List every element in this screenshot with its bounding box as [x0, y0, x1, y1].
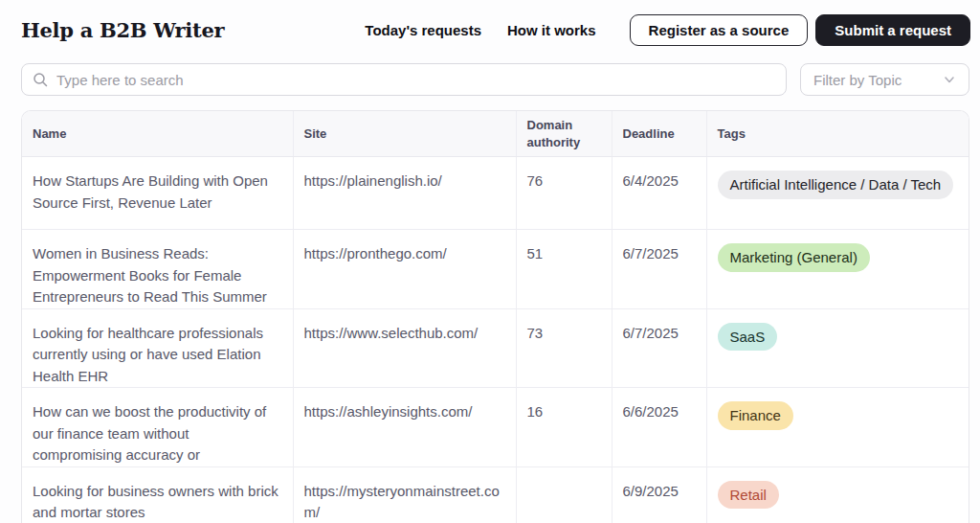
domain-authority-cell: 16 — [516, 388, 612, 467]
name-cell: Women in Business Reads: Empowerment Boo… — [22, 230, 293, 309]
table-row[interactable]: Looking for healthcare professionals cur… — [22, 308, 969, 388]
name-cell: Looking for business owners with brick a… — [22, 466, 293, 523]
page: Help a B2B Writer Today's requests How i… — [0, 0, 980, 523]
domain-authority-cell: 76 — [516, 157, 612, 230]
filter-by-topic-select[interactable]: Filter by Topic — [800, 63, 969, 96]
tags-cell: SaaS — [706, 308, 969, 388]
search-box — [21, 63, 787, 96]
site-cell: https://ashleyinsights.com/ — [293, 388, 516, 467]
table-row[interactable]: Women in Business Reads: Empowerment Boo… — [22, 230, 969, 309]
table-row[interactable]: How can we boost the productivity of our… — [22, 388, 969, 467]
header-actions: Register as a source Submit a request — [630, 14, 970, 46]
column-header-name: Name — [22, 111, 293, 157]
table-row[interactable]: How Startups Are Building with Open Sour… — [22, 157, 969, 230]
chevron-down-icon — [943, 73, 956, 86]
deadline-cell: 6/7/2025 — [612, 308, 706, 388]
domain-authority-cell: 73 — [516, 308, 612, 388]
tag-pill: Retail — [718, 481, 779, 510]
tag-pill: SaaS — [718, 323, 778, 352]
nav-todays-requests[interactable]: Today's requests — [365, 22, 481, 38]
site-cell: https://mysteryonmainstreet.com/ — [293, 466, 516, 523]
deadline-cell: 6/4/2025 — [612, 157, 706, 230]
nav-how-it-works[interactable]: How it works — [507, 22, 596, 38]
tag-pill: Marketing (General) — [718, 243, 870, 272]
site-cell: https://www.selecthub.com/ — [293, 308, 516, 388]
tags-cell: Finance — [706, 388, 969, 467]
name-cell: How can we boost the productivity of our… — [22, 388, 293, 467]
site-cell: https://plainenglish.io/ — [293, 157, 516, 230]
logo[interactable]: Help a B2B Writer — [21, 18, 224, 42]
submit-request-button[interactable]: Submit a request — [815, 14, 970, 46]
tag-pill: Finance — [718, 401, 793, 430]
deadline-cell: 6/9/2025 — [612, 466, 706, 523]
main-nav: Today's requests How it works — [365, 22, 595, 38]
name-cell: How Startups Are Building with Open Sour… — [22, 157, 293, 230]
domain-authority-cell: 51 — [516, 230, 612, 309]
column-header-tags: Tags — [706, 111, 969, 157]
register-as-source-button[interactable]: Register as a source — [630, 14, 809, 46]
column-header-domain-authority: Domain authority — [516, 111, 612, 157]
filter-by-topic-label: Filter by Topic — [813, 72, 943, 88]
top-bar: Help a B2B Writer Today's requests How i… — [0, 0, 980, 46]
tags-cell: Artificial Intelligence / Data / Tech — [706, 157, 969, 230]
search-icon — [33, 72, 48, 87]
tags-cell: Retail — [706, 466, 969, 523]
domain-authority-cell — [516, 466, 612, 523]
deadline-cell: 6/7/2025 — [612, 230, 706, 309]
name-cell: Looking for healthcare professionals cur… — [22, 308, 293, 388]
deadline-cell: 6/6/2025 — [612, 388, 706, 467]
tag-pill: Artificial Intelligence / Data / Tech — [718, 171, 954, 199]
tags-cell: Marketing (General) — [706, 230, 969, 309]
search-input[interactable] — [21, 63, 787, 96]
requests-table: Name Site Domain authority Deadline Tags… — [21, 110, 969, 523]
site-cell: https://pronthego.com/ — [293, 230, 516, 309]
search-row: Filter by Topic — [0, 46, 980, 96]
column-header-deadline: Deadline — [612, 111, 706, 157]
column-header-site: Site — [293, 111, 516, 157]
table-row[interactable]: Looking for business owners with brick a… — [22, 466, 969, 523]
table-header-row: Name Site Domain authority Deadline Tags — [22, 111, 969, 157]
